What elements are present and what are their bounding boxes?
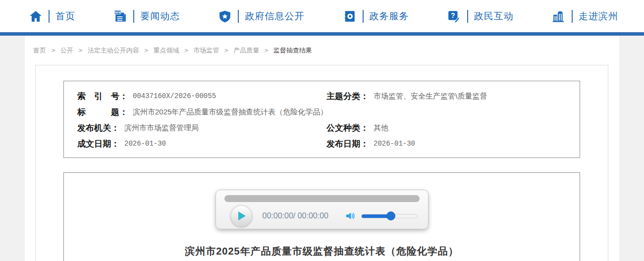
svg-text:NEW: NEW [114, 10, 120, 13]
audio-controls: 00:00:00/ 00:00:00 [224, 206, 420, 226]
meta-value: 2026-01-30 [124, 140, 166, 148]
services-icon [343, 9, 356, 23]
meta-value: 其他 [374, 123, 388, 133]
meta-field-issuer: 发布机关： 滨州市市场监督管理局 [64, 122, 326, 134]
nav-item-label: 政民互动 [474, 10, 514, 23]
breadcrumb-item-home[interactable]: 首页 [33, 47, 46, 54]
volume-thumb[interactable] [386, 211, 395, 220]
gov-info-icon [218, 9, 231, 23]
article-title: 滨州市2025年产品质量市级监督抽查统计表（危险化学品） [64, 245, 580, 258]
meta-label: 发布机关： [77, 122, 119, 134]
nav-item-label: 首页 [55, 10, 75, 23]
meta-label: 索 引 号： [77, 91, 128, 102]
svg-text:?: ? [451, 11, 455, 19]
meta-field-index-no: 索 引 号： 00437160X/2026-00055 [64, 91, 326, 102]
breadcrumb-separator: > [78, 47, 82, 54]
top-navigation: 首页 NEW 要闻动态 政府信息公开 政务服务 ? 政民互动 走进滨州 [0, 0, 644, 32]
meta-value: 滨州市市场监督管理局 [124, 123, 199, 133]
nav-item-interaction[interactable]: ? 政民互动 [447, 9, 514, 23]
meta-value: 滨州市2025年产品质量市级监督抽查统计表（危险化学品） [133, 107, 327, 117]
nav-accent-bar [0, 32, 644, 36]
volume-icon[interactable] [345, 210, 356, 221]
main-panel: 首页 > 公开 > 法定主动公开内容 > 重点领域 > 市场监管 > 产品质量 … [25, 36, 619, 261]
nav-item-news[interactable]: NEW 要闻动态 [113, 9, 180, 23]
meta-row: 成文日期： 2026-01-30 发布日期： 2026-01-30 [64, 136, 580, 152]
meta-field-doc-type: 公文种类： 其他 [326, 122, 580, 134]
nav-item-about-city[interactable]: 走进滨州 [552, 9, 618, 23]
nav-item-home[interactable]: 首页 [29, 9, 75, 23]
nav-divider [133, 10, 134, 23]
audio-player: 00:00:00/ 00:00:00 [215, 190, 429, 229]
home-icon [29, 9, 42, 23]
breadcrumb-item-market-regulation[interactable]: 市场监管 [193, 47, 219, 54]
breadcrumb-separator: > [52, 47, 55, 54]
nav-item-gov-info[interactable]: 政府信息公开 [218, 9, 304, 23]
meta-value: 市场监管、安全生产监管\质量监督 [374, 92, 487, 101]
breadcrumb-separator: > [265, 47, 268, 54]
meta-field-date-written: 成文日期： 2026-01-30 [64, 138, 326, 150]
volume-controls [345, 210, 420, 221]
nav-divider [238, 10, 239, 23]
nav-divider [49, 10, 50, 23]
breadcrumb-separator: > [224, 47, 228, 54]
nav-item-label: 政务服务 [370, 10, 409, 23]
breadcrumb-item-current: 监督抽查结果 [273, 47, 312, 54]
nav-item-label: 走进滨州 [579, 10, 618, 23]
article-content-box: 00:00:00/ 00:00:00 滨州市2025年产品质量市级监督抽查统计表… [63, 172, 580, 261]
city-icon [552, 9, 565, 23]
play-icon [238, 211, 246, 220]
breadcrumb-item-key-areas[interactable]: 重点领域 [154, 47, 179, 54]
nav-item-label: 要闻动态 [140, 10, 180, 23]
article-container: 索 引 号： 00437160X/2026-00055 主题分类： 市场监管、安… [35, 65, 608, 261]
meta-label: 成文日期： [77, 138, 119, 150]
breadcrumb-item-public[interactable]: 公开 [60, 47, 73, 54]
nav-divider [467, 10, 468, 23]
volume-slider[interactable] [361, 214, 418, 218]
meta-field-category: 主题分类： 市场监管、安全生产监管\质量监督 [326, 91, 580, 102]
nav-divider [363, 10, 364, 23]
meta-field-title: 标 题： 滨州市2025年产品质量市级监督抽查统计表（危险化学品） [64, 106, 327, 118]
meta-value: 2026-01-30 [374, 140, 415, 148]
nav-item-services[interactable]: 政务服务 [343, 9, 409, 23]
meta-label: 主题分类： [326, 91, 369, 102]
interaction-icon: ? [447, 9, 461, 23]
breadcrumb: 首页 > 公开 > 法定主动公开内容 > 重点领域 > 市场监管 > 产品质量 … [25, 36, 619, 65]
document-meta-table: 索 引 号： 00437160X/2026-00055 主题分类： 市场监管、安… [63, 81, 580, 158]
nav-divider [572, 10, 573, 23]
meta-row: 标 题： 滨州市2025年产品质量市级监督抽查统计表（危险化学品） [64, 104, 580, 120]
nav-item-label: 政府信息公开 [245, 10, 304, 23]
play-button[interactable] [231, 206, 252, 226]
meta-value: 00437160X/2026-00055 [133, 92, 216, 100]
breadcrumb-separator: > [184, 47, 188, 54]
meta-label: 公文种类： [326, 122, 369, 134]
breadcrumb-item-product-quality[interactable]: 产品质量 [233, 47, 259, 54]
meta-row: 索 引 号： 00437160X/2026-00055 主题分类： 市场监管、安… [64, 88, 580, 104]
breadcrumb-item-statutory[interactable]: 法定主动公开内容 [88, 47, 139, 54]
audio-progress-bar[interactable] [224, 195, 420, 202]
meta-label: 标 题： [77, 106, 128, 118]
meta-field-date-published: 发布日期： 2026-01-30 [326, 138, 580, 150]
news-icon: NEW [113, 9, 127, 23]
meta-row: 发布机关： 滨州市市场监督管理局 公文种类： 其他 [64, 120, 580, 136]
audio-time-display: 00:00:00/ 00:00:00 [263, 211, 328, 220]
breadcrumb-separator: > [144, 47, 148, 54]
meta-label: 发布日期： [326, 138, 369, 150]
